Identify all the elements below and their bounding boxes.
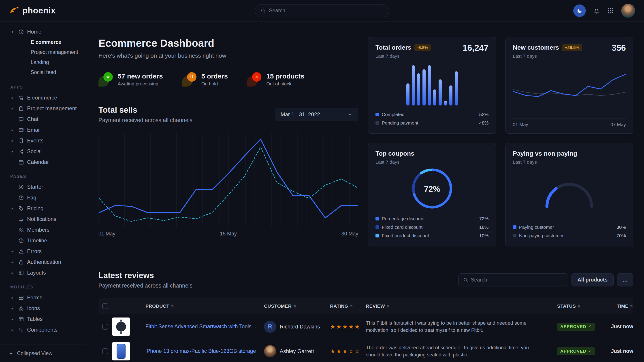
paying-gauge-chart (513, 165, 626, 223)
legend-item: Completed52% (376, 110, 489, 119)
more-options-button[interactable]: ... (617, 274, 633, 286)
sidebar-item-starter[interactable]: Starter (0, 182, 85, 192)
sidebar-item-calendar[interactable]: Calendar (0, 157, 85, 167)
calendar-icon (18, 159, 24, 165)
legend-swatch (513, 225, 516, 229)
sidebar-item-authentication[interactable]: ▸Authentication (0, 257, 85, 267)
total-sells-title: Total sells (98, 105, 192, 115)
chevron-right-icon: ▸ (10, 260, 15, 265)
form-icon (18, 295, 24, 301)
card-value: 356 (612, 43, 626, 53)
legend-value: 70% (616, 233, 626, 238)
sort-icon: ⇅ (387, 304, 390, 308)
apps-grid-button[interactable] (607, 7, 614, 14)
collapse-view-button[interactable]: Collapsed View (0, 345, 85, 362)
sidebar-item-members[interactable]: Members (0, 225, 85, 235)
sidebar-subitem-e-commerce[interactable]: E commerce (23, 37, 85, 47)
row-checkbox[interactable] (102, 348, 108, 354)
sidebar-subitem-project-management[interactable]: Project management (23, 47, 85, 57)
x-axis-label: 30 May (342, 231, 358, 237)
reviews-search-input[interactable] (471, 277, 563, 283)
notifications-button[interactable] (593, 7, 600, 14)
rating-stars: ★★★☆☆ (330, 348, 366, 355)
card-title: Top coupons (376, 150, 414, 157)
column-header-customer[interactable]: CUSTOMER⇅ (264, 304, 330, 309)
sidebar-item-events[interactable]: ▸Events (0, 135, 85, 146)
sidebar-item-label: E commerce (27, 95, 57, 101)
search-icon (260, 8, 266, 13)
date-range-select[interactable]: Mar 1 - 31, 2022 (275, 108, 358, 121)
sidebar-item-pricing[interactable]: ▸Pricing (0, 203, 85, 214)
avatar[interactable] (621, 4, 635, 18)
search-input[interactable] (269, 7, 384, 14)
collapse-view-label: Collapsed View (17, 350, 52, 357)
legend-label: Percentage discount (382, 216, 424, 221)
sidebar-item-e-commerce[interactable]: ▸E commerce (0, 92, 85, 103)
sidebar-item-email[interactable]: ▸Email (0, 125, 85, 135)
sidebar-item-label: Forms (27, 295, 42, 301)
sidebar-item-errors[interactable]: ▸Errors (0, 246, 85, 257)
x-axis-labels: 01 May15 May30 May (98, 231, 358, 237)
product-image[interactable] (112, 318, 130, 336)
customer-name: Ashley Garrett (280, 348, 314, 355)
sidebar-item-notifications[interactable]: Notifications (0, 214, 85, 225)
sidebar-item-project-management[interactable]: ▸Project management (0, 103, 85, 114)
column-header-product[interactable]: PRODUCT⇅ (146, 304, 264, 309)
sidebar-item-home[interactable]: ▾Home (0, 26, 85, 37)
sidebar-item-label: Starter (27, 184, 43, 190)
sidebar-subitem-social-feed[interactable]: Social feed (23, 67, 85, 77)
global-search[interactable] (255, 4, 389, 17)
product-link[interactable]: Fitbit Sense Advanced Smartwatch with To… (146, 324, 264, 330)
sort-icon: ⇅ (578, 304, 581, 308)
cart-icon (18, 95, 24, 101)
sidebar-item-faq[interactable]: Faq (0, 192, 85, 203)
column-header-status[interactable]: STATUS⇅ (557, 304, 603, 309)
sidebar-item-tables[interactable]: ▸Tables (0, 314, 85, 325)
all-products-button[interactable]: All products (572, 274, 614, 286)
total-sells-subtitle: Payment received across all channels (98, 117, 192, 123)
topbar-actions (573, 4, 635, 18)
sort-icon: ⇅ (630, 304, 633, 308)
brand[interactable]: phoenix (9, 5, 56, 16)
sidebar-item-chat[interactable]: Chat (0, 114, 85, 125)
sidebar-item-icons[interactable]: ▸Icons (0, 303, 85, 314)
legend-label: Fixed product discount (382, 233, 429, 238)
page-subtitle: Here's what's going on at your business … (98, 52, 358, 59)
chevron-right-icon: ▸ (10, 328, 15, 332)
sidebar-item-timeline[interactable]: Timeline (0, 235, 85, 246)
legend-item: Fixed card discount18% (376, 223, 489, 231)
date-range-value: Mar 1 - 31, 2022 (280, 111, 320, 118)
product-image[interactable] (112, 342, 130, 361)
select-all-checkbox[interactable] (102, 303, 108, 309)
moon-icon (577, 8, 582, 14)
donut-center-value: 72% (410, 166, 454, 212)
sidebar-item-forms[interactable]: ▸Forms (0, 292, 85, 303)
column-header-rating[interactable]: RATING⇅ (330, 304, 366, 309)
x-axis-label: 01 May (513, 122, 528, 127)
column-header-review[interactable]: REVIEW⇅ (366, 304, 557, 309)
tag-icon (18, 206, 24, 212)
stat-caption: Awating processing (118, 81, 163, 86)
sidebar-item-layouts[interactable]: ▸Layouts (0, 267, 85, 278)
customer-name: Richard Dawkins (280, 324, 320, 330)
theme-toggle-button[interactable] (573, 4, 586, 17)
product-link[interactable]: iPhone 13 pro max-Pacific Blue-128GB sto… (146, 348, 260, 354)
column-header-time[interactable]: TIME⇅ (603, 304, 633, 309)
sidebar-item-label: Timeline (27, 237, 47, 244)
sidebar-subitem-landing[interactable]: Landing (23, 57, 85, 67)
card-title: Paying vs non paying (513, 150, 577, 157)
avatar (264, 345, 276, 357)
legend-item: Paying customer30% (513, 223, 626, 231)
quick-stats: ★57 new ordersAwating processingII5 orde… (98, 72, 358, 86)
card-title: New customers (513, 44, 559, 51)
sidebar-item-components[interactable]: ▸Components (0, 325, 85, 335)
sidebar-item-social[interactable]: ▸Social (0, 146, 85, 157)
row-checkbox[interactable] (102, 324, 108, 330)
reviews-search[interactable] (458, 274, 568, 286)
sort-icon: ⇅ (293, 304, 296, 308)
trend-badge: -6.8% (414, 44, 431, 51)
main-content: Ecommerce Dashboard Here's what's going … (85, 21, 644, 362)
reviews-toolbar: All products ... (458, 274, 633, 286)
chevron-right-icon: ▸ (10, 128, 15, 132)
legend-value: 48% (479, 120, 488, 126)
